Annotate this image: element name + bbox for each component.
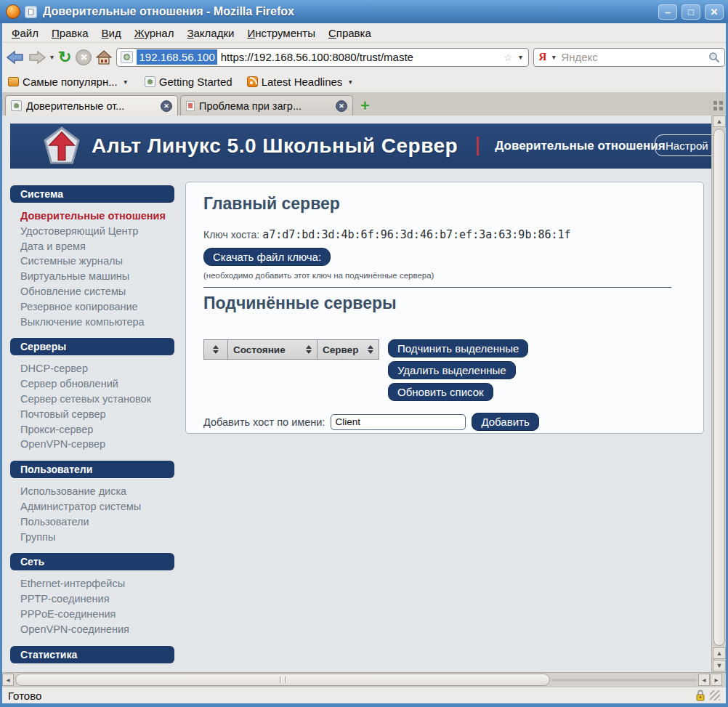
bookmark-most-visited[interactable]: Самые популярн... ▾ xyxy=(8,76,130,88)
browser-viewport: Альт Линукс 5.0 Школьный Сервер Доверите… xyxy=(2,116,726,672)
tab-favicon xyxy=(11,100,22,111)
minimize-button[interactable]: ‒ xyxy=(658,4,677,20)
back-history-dropdown[interactable]: ▾ xyxy=(50,53,54,61)
search-icon[interactable] xyxy=(708,52,720,63)
horizontal-scroll-thumb[interactable] xyxy=(15,674,550,686)
menu-item-bookmarks[interactable]: Закладки xyxy=(180,25,240,41)
key-note: (необходимо добавить этот ключ на подчин… xyxy=(203,271,686,280)
tab-favicon xyxy=(186,101,195,111)
stop-button[interactable]: ✕ xyxy=(76,47,92,68)
scroll-track[interactable] xyxy=(551,679,697,682)
horizontal-scrollbar[interactable]: ◂ ◂ ▸ xyxy=(2,672,726,687)
ssl-lock-icon[interactable] xyxy=(695,690,705,701)
sidebar-item-datetime[interactable]: Дата и время xyxy=(20,239,174,254)
window-doc-icon[interactable] xyxy=(25,6,37,18)
sidebar-item-disk-usage[interactable]: Использование диска xyxy=(20,484,174,499)
sidebar-item-ethernet[interactable]: Ethernet-интерфейсы xyxy=(20,576,174,591)
section-divider xyxy=(203,287,671,288)
sidebar-item-syslogs[interactable]: Системные журналы xyxy=(20,254,174,269)
tab-trust-relations[interactable]: Доверительные от... ✕ xyxy=(5,95,178,116)
scroll-left-arrow[interactable]: ◂ xyxy=(2,674,14,686)
sidebar-item-vms[interactable]: Виртуальные машины xyxy=(20,269,174,284)
sidebar-item-dhcp[interactable]: DHCP-сервер xyxy=(20,361,174,376)
home-button[interactable] xyxy=(96,47,112,68)
chevron-down-icon: ▾ xyxy=(121,78,130,86)
menu-item-tools[interactable]: Инструменты xyxy=(240,25,322,41)
sidebar-section-statistics: Статистика xyxy=(10,646,174,663)
main-panel: Главный сервер Ключ хоста: a7:d7:bd:3d:4… xyxy=(185,182,704,434)
refresh-list-button[interactable]: Обновить список xyxy=(388,383,493,401)
sidebar-item-update-server[interactable]: Сервер обновлений xyxy=(20,376,174,392)
slaves-table-header: Состояние Сервер xyxy=(203,339,379,360)
bookmark-star-icon[interactable]: ☆ xyxy=(503,52,513,63)
menu-item-file[interactable]: Файл xyxy=(5,25,45,41)
back-button[interactable] xyxy=(7,47,24,68)
sidebar-item-sysadmin[interactable]: Администратор системы xyxy=(20,499,174,514)
download-key-button[interactable]: Скачать файл ключа: xyxy=(203,248,331,266)
sidebar-item-pptp[interactable]: PPTP-соединения xyxy=(20,591,174,607)
close-button[interactable]: ✕ xyxy=(705,4,724,20)
sidebar-item-backup[interactable]: Резервное копирование xyxy=(20,299,174,315)
url-dropdown-arrow[interactable]: ▾ xyxy=(516,53,525,61)
back-arrow-icon xyxy=(7,50,24,65)
subordinate-selected-button[interactable]: Подчинить выделенные xyxy=(388,339,528,357)
search-box[interactable]: Я ▾ xyxy=(533,48,725,67)
menu-item-help[interactable]: Справка xyxy=(322,25,378,41)
add-host-input[interactable] xyxy=(331,414,466,430)
sidebar-item-groups[interactable]: Группы xyxy=(20,530,174,545)
maximize-button[interactable]: □ xyxy=(682,4,700,20)
title-bar[interactable]: Доверительные отношения - Mozilla Firefo… xyxy=(0,0,728,23)
menu-item-view[interactable]: Вид xyxy=(95,25,128,41)
sidebar-item-trust[interactable]: Доверительные отношения xyxy=(20,209,174,224)
menu-item-history[interactable]: Журнал xyxy=(128,25,181,41)
scroll-left-arrow[interactable]: ◂ xyxy=(698,674,710,686)
tab-label: Доверительные от... xyxy=(26,100,156,112)
sidebar-item-pppoe[interactable]: PPPoE-соединения xyxy=(20,607,174,622)
delete-selected-button[interactable]: Удалить выделенные xyxy=(388,361,516,379)
vertical-scrollbar[interactable]: ▲ ▲ ▼ xyxy=(711,116,726,672)
column-state[interactable]: Состояние xyxy=(227,339,318,360)
new-tab-button[interactable]: + xyxy=(353,97,377,116)
bookmark-label: Getting Started xyxy=(159,76,232,88)
scroll-down-arrow[interactable]: ▼ xyxy=(713,660,726,671)
sidebar-item-users[interactable]: Пользователи xyxy=(20,514,174,530)
scroll-up-arrow[interactable]: ▲ xyxy=(713,647,726,659)
tab-close-icon[interactable]: ✕ xyxy=(161,100,172,112)
vertical-scroll-thumb[interactable] xyxy=(713,129,725,646)
scroll-right-arrow[interactable]: ▸ xyxy=(711,674,722,686)
reload-icon: ↻ xyxy=(58,49,71,65)
sidebar-item-ca[interactable]: Удостоверяющий Центр xyxy=(20,224,174,239)
bookmark-getting-started[interactable]: Getting Started xyxy=(145,76,232,88)
site-favicon xyxy=(121,51,133,63)
sidebar-item-openvpn-server[interactable]: OpenVPN-сервер xyxy=(20,437,174,452)
sidebar-item-netinstall[interactable]: Сервер сетевых установок xyxy=(20,392,174,407)
home-icon xyxy=(96,50,112,65)
resize-grip[interactable] xyxy=(710,690,720,700)
forward-arrow-icon xyxy=(28,50,46,65)
host-key-value: a7:d7:bd:3d:4b:6f:96:3d:46:b7:ef:3a:63:9… xyxy=(262,228,570,241)
bookmark-latest-headlines[interactable]: Latest Headlines ▾ xyxy=(247,76,355,88)
yandex-engine-icon: Я xyxy=(538,51,546,63)
sidebar-item-mail[interactable]: Почтовый сервер xyxy=(20,407,174,422)
sidebar-item-sysupdate[interactable]: Обновление системы xyxy=(20,284,174,299)
sidebar-item-shutdown[interactable]: Выключение компьютера xyxy=(20,315,174,330)
column-server[interactable]: Сервер xyxy=(317,339,379,360)
site-header-banner: Альт Линукс 5.0 Школьный Сервер Доверите… xyxy=(10,124,726,169)
tab-load-problem[interactable]: Проблема при загр... ✕ xyxy=(180,95,353,116)
add-host-button[interactable]: Добавить xyxy=(472,413,538,431)
tab-close-icon[interactable]: ✕ xyxy=(336,100,347,112)
column-select[interactable] xyxy=(203,339,228,360)
firefox-icon xyxy=(6,4,20,19)
url-bar[interactable]: 192.168.56.100 https://192.168.56.100:80… xyxy=(116,48,529,67)
search-input[interactable] xyxy=(561,51,705,63)
navigation-toolbar: ▾ ↻ ✕ 192.168.56.100 https://192.168.56.… xyxy=(2,43,726,71)
forward-button[interactable] xyxy=(28,47,46,68)
window-title: Доверительные отношения - Mozilla Firefo… xyxy=(43,5,658,18)
menu-item-edit[interactable]: Правка xyxy=(45,25,95,41)
scroll-up-arrow[interactable]: ▲ xyxy=(713,116,726,127)
search-engine-dropdown[interactable]: ▾ xyxy=(549,53,558,61)
sidebar-item-proxy[interactable]: Прокси-сервер xyxy=(20,422,174,437)
sidebar-item-openvpn-conn[interactable]: OpenVPN-соединения xyxy=(20,622,174,637)
reload-button[interactable]: ↻ xyxy=(58,47,71,68)
list-all-tabs-icon[interactable] xyxy=(713,101,723,110)
